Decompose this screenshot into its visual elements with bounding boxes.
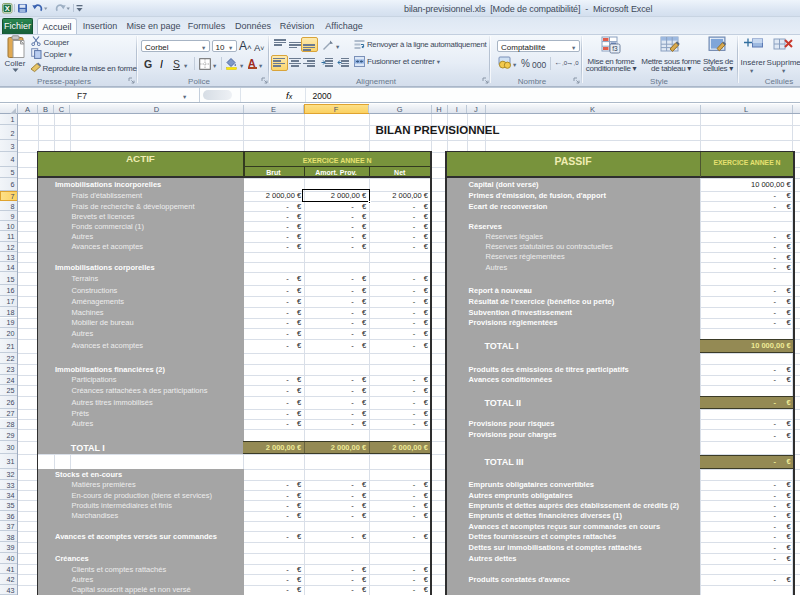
- svg-text:f3: f3: [612, 45, 618, 52]
- svg-text:X: X: [5, 4, 10, 13]
